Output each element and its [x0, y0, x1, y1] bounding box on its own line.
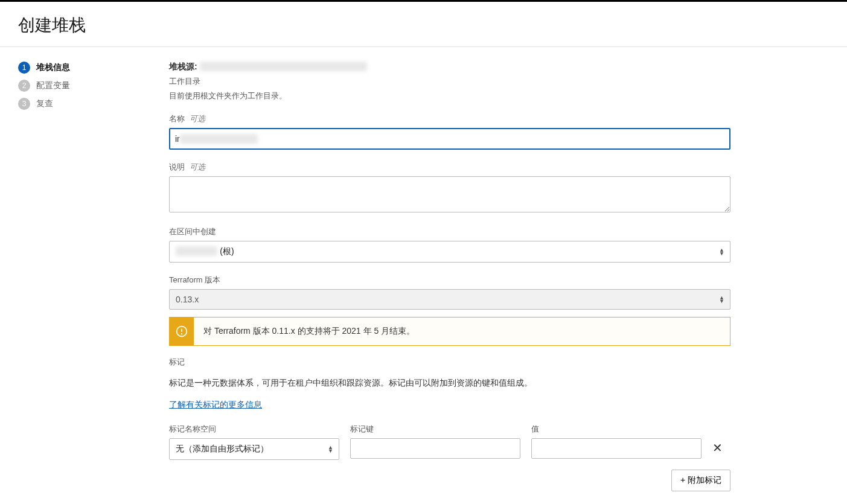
- name-input-wrapper: ir█████████████: [169, 128, 730, 150]
- wizard-sidebar: 1 堆栈信息 2 配置变量 3 复查: [0, 47, 169, 504]
- tag-value-label: 值: [531, 424, 702, 435]
- warning-text: 对 Terraform 版本 0.11.x 的支持将于 2021 年 5 月结束…: [194, 317, 424, 345]
- stack-source-value: ████████████████████████████: [200, 62, 368, 71]
- tags-link-row: 了解有关标记的更多信息: [169, 398, 730, 411]
- name-label: 名称 可选: [169, 113, 730, 124]
- tag-namespace-select[interactable]: 无（添加自由形式标记）: [169, 438, 339, 460]
- form-content: 堆栈源: ████████████████████████████ 工作目录 目…: [169, 47, 749, 504]
- tag-key-label: 标记键: [350, 424, 520, 435]
- description-label: 说明 可选: [169, 162, 730, 173]
- name-field-group: 名称 可选 ir█████████████: [169, 113, 730, 150]
- compartment-select-wrapper: ███████ (根) ▲▼: [169, 241, 730, 263]
- compartment-label: 在区间中创建: [169, 226, 730, 237]
- tag-remove-col: ✕: [712, 424, 730, 460]
- compartment-field-group: 在区间中创建 ███████ (根) ▲▼: [169, 226, 730, 263]
- description-input[interactable]: [169, 176, 730, 212]
- step-label-3: 复查: [36, 98, 53, 109]
- step-number-2: 2: [18, 80, 30, 92]
- tags-learn-more-link[interactable]: 了解有关标记的更多信息: [169, 400, 262, 409]
- tag-namespace-col: 标记名称空间 无（添加自由形式标记） ▲▼: [169, 424, 339, 460]
- stack-source-label: 堆栈源:: [169, 62, 197, 71]
- tags-inputs-row: 标记名称空间 无（添加自由形式标记） ▲▼ 标记键 值 ✕: [169, 424, 730, 460]
- tag-namespace-label: 标记名称空间: [169, 424, 339, 435]
- compartment-select[interactable]: ███████ (根): [169, 241, 730, 263]
- terraform-label: Terraform 版本: [169, 275, 730, 285]
- warning-icon: [170, 317, 194, 345]
- step-2[interactable]: 2 配置变量: [18, 80, 151, 92]
- page-header: 创建堆栈: [0, 2, 847, 47]
- step-1[interactable]: 1 堆栈信息: [18, 62, 151, 74]
- svg-point-2: [182, 334, 182, 334]
- terraform-select[interactable]: 0.13.x: [169, 289, 730, 310]
- add-tag-button[interactable]: + 附加标记: [671, 470, 730, 491]
- page-title: 创建堆栈: [18, 14, 829, 37]
- tag-key-input[interactable]: [350, 438, 520, 459]
- step-label-2: 配置变量: [36, 80, 70, 91]
- workdir-description: 目前使用根文件夹作为工作目录。: [169, 91, 730, 101]
- tag-key-col: 标记键: [350, 424, 520, 460]
- step-label-1: 堆栈信息: [36, 62, 70, 73]
- tag-value-col: 值: [531, 424, 702, 460]
- workdir-label: 工作目录: [169, 76, 730, 87]
- tags-title: 标记: [169, 357, 730, 368]
- description-field-group: 说明 可选: [169, 162, 730, 214]
- add-tag-row: + 附加标记: [169, 470, 730, 491]
- main-container: 1 堆栈信息 2 配置变量 3 复查 堆栈源: ████████████████…: [0, 47, 847, 504]
- remove-tag-icon[interactable]: ✕: [712, 441, 723, 455]
- terraform-select-wrapper: 0.13.x ▲▼: [169, 289, 730, 310]
- warning-banner: 对 Terraform 版本 0.11.x 的支持将于 2021 年 5 月结束…: [169, 317, 730, 346]
- stack-source-row: 堆栈源: ████████████████████████████: [169, 62, 730, 72]
- tag-value-input[interactable]: [531, 438, 702, 459]
- tags-description: 标记是一种元数据体系，可用于在租户中组织和跟踪资源。标记由可以附加到资源的键和值…: [169, 376, 730, 389]
- tag-namespace-select-wrapper: 无（添加自由形式标记） ▲▼: [169, 438, 339, 460]
- name-input[interactable]: [169, 128, 730, 150]
- terraform-field-group: Terraform 版本 0.13.x ▲▼: [169, 275, 730, 310]
- step-number-1: 1: [18, 62, 30, 74]
- step-number-3: 3: [18, 98, 30, 110]
- step-3[interactable]: 3 复查: [18, 98, 151, 110]
